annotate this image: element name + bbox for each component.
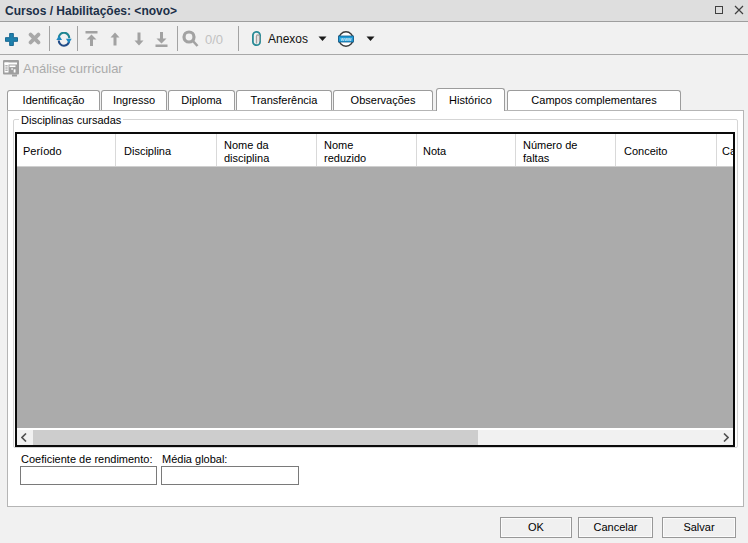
svg-text:www: www: [341, 36, 352, 42]
